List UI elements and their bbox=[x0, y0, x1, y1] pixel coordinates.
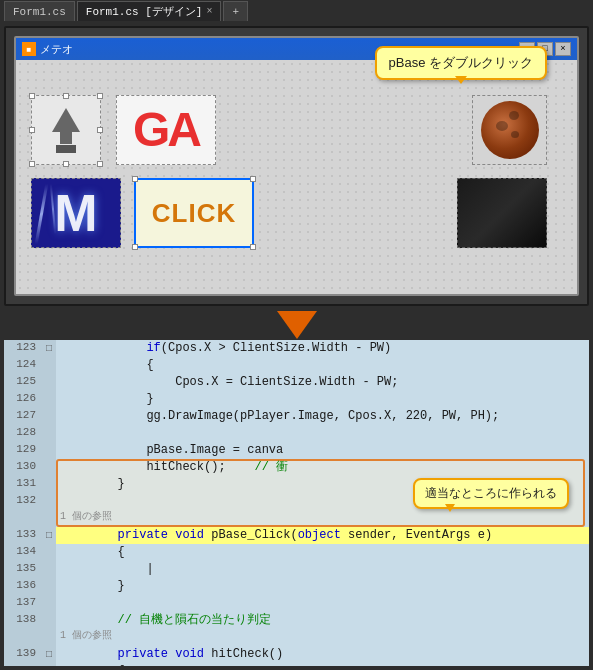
code-line-134: 134 { bbox=[4, 544, 589, 561]
line-content-127: gg.DrawImage(pPlayer.Image, Cpos.X, 220,… bbox=[56, 408, 589, 425]
line-content-123: if(Cpos.X > ClientSize.Width - PW) bbox=[56, 340, 589, 357]
line-num-125: 125 bbox=[4, 374, 42, 391]
code-line-138: 138 // 自機と隕石の当たり判定 bbox=[4, 612, 589, 629]
line-content-125: Cpos.X = ClientSize.Width - PW; bbox=[56, 374, 589, 391]
line-num-123: 123 bbox=[4, 340, 42, 357]
code-line-137: 137 bbox=[4, 595, 589, 612]
close-btn[interactable]: × bbox=[555, 42, 571, 56]
click-text: CLICK bbox=[152, 198, 236, 229]
code-line-124: 124 { bbox=[4, 357, 589, 374]
code-annotation-133: 1 個の参照 bbox=[4, 510, 589, 527]
tab-close-icon[interactable]: × bbox=[206, 6, 212, 17]
expand-129 bbox=[42, 442, 56, 459]
expand-ann139 bbox=[42, 629, 56, 646]
line-num-127: 127 bbox=[4, 408, 42, 425]
tab-label: Form1.cs bbox=[13, 6, 66, 18]
line-num-137: 137 bbox=[4, 595, 42, 612]
line-num-126: 126 bbox=[4, 391, 42, 408]
crater1 bbox=[496, 121, 508, 131]
line-content-140: { bbox=[56, 663, 589, 666]
code-line-125: 125 Cpos.X = ClientSize.Width - PW; bbox=[4, 374, 589, 391]
sel-handle bbox=[29, 93, 35, 99]
line-num-130: 130 bbox=[4, 459, 42, 476]
code-line-136: 136 } bbox=[4, 578, 589, 595]
tab-form1cs-design[interactable]: Form1.cs [デザイン] × bbox=[77, 1, 222, 21]
expand-137 bbox=[42, 595, 56, 612]
code-line-123: 123 □ if(Cpos.X > ClientSize.Width - PW) bbox=[4, 340, 589, 357]
line-num-ann139 bbox=[4, 629, 42, 646]
code-line-139: 139 □ private void hitCheck() bbox=[4, 646, 589, 663]
tab-label-design: Form1.cs [デザイン] bbox=[86, 4, 203, 19]
arrow-down-icon bbox=[277, 311, 317, 339]
line-num-ann133 bbox=[4, 510, 42, 527]
line-content-126: } bbox=[56, 391, 589, 408]
code-line-130: 130 hitCheck(); // 衝 bbox=[4, 459, 589, 476]
widget-planet[interactable] bbox=[472, 95, 547, 165]
line-num-139: 139 bbox=[4, 646, 42, 663]
crater3 bbox=[509, 111, 519, 120]
line-num-131: 131 bbox=[4, 476, 42, 493]
line-content-138: // 自機と隕石の当たり判定 bbox=[56, 612, 589, 629]
expand-131 bbox=[42, 476, 56, 493]
annotation-138-text: 1 個の参照 bbox=[56, 629, 589, 646]
expand-125 bbox=[42, 374, 56, 391]
form-content: GA M CLICK bbox=[16, 60, 577, 294]
code-line-129: 129 pBase.Image = canva bbox=[4, 442, 589, 459]
code-area: 適当なところに作られる 123 □ if(Cpos.X > ClientSize… bbox=[4, 340, 589, 666]
line-num-134: 134 bbox=[4, 544, 42, 561]
code-line-127: 127 gg.DrawImage(pPlayer.Image, Cpos.X, … bbox=[4, 408, 589, 425]
arrow-connector bbox=[0, 310, 593, 340]
expand-135 bbox=[42, 561, 56, 578]
widget-click[interactable]: CLICK bbox=[134, 178, 254, 248]
widget-blue-m[interactable]: M bbox=[31, 178, 121, 248]
ga-text: GA bbox=[133, 106, 199, 154]
sel-handle bbox=[29, 127, 35, 133]
callout-bottom: 適当なところに作られる bbox=[413, 478, 569, 509]
line-num-140: 140 bbox=[4, 663, 42, 666]
line-num-129: 129 bbox=[4, 442, 42, 459]
expand-124 bbox=[42, 357, 56, 374]
line-num-138: 138 bbox=[4, 612, 42, 629]
sel-handle bbox=[63, 161, 69, 167]
line-content-135: | bbox=[56, 561, 589, 578]
code-line-126: 126 } bbox=[4, 391, 589, 408]
expand-138 bbox=[42, 612, 56, 629]
widget-ga[interactable]: GA bbox=[116, 95, 216, 165]
line-content-134: { bbox=[56, 544, 589, 561]
line-num-132: 132 bbox=[4, 493, 42, 510]
sel-handle bbox=[97, 161, 103, 167]
code-line-140: 140 { bbox=[4, 663, 589, 666]
line-num-135: 135 bbox=[4, 561, 42, 578]
expand-139: □ bbox=[42, 646, 56, 663]
line-num-133: 133 bbox=[4, 527, 42, 544]
line-content-133: private void pBase_Click(object sender, … bbox=[56, 527, 589, 544]
expand-133: □ bbox=[42, 527, 56, 544]
line-content-130: hitCheck(); // 衝 bbox=[56, 459, 589, 476]
sel-handle bbox=[29, 161, 35, 167]
line-num-136: 136 bbox=[4, 578, 42, 595]
sel-handle bbox=[97, 127, 103, 133]
expand-128 bbox=[42, 425, 56, 442]
expand-136 bbox=[42, 578, 56, 595]
widget-dark[interactable] bbox=[457, 178, 547, 248]
form-title-icon: ■ bbox=[22, 42, 36, 56]
code-line-133: 133 □ private void pBase_Click(object se… bbox=[4, 527, 589, 544]
lightning1 bbox=[35, 184, 49, 244]
main-container: Form1.cs Form1.cs [デザイン] × + pBase をダブルク… bbox=[0, 0, 593, 670]
tab-new-label: + bbox=[232, 6, 239, 18]
tab-form1cs[interactable]: Form1.cs bbox=[4, 1, 75, 21]
widget-arrow[interactable] bbox=[31, 95, 101, 165]
line-content-137 bbox=[56, 595, 589, 612]
expand-140 bbox=[42, 663, 56, 666]
line-content-139: private void hitCheck() bbox=[56, 646, 589, 663]
sel-handle bbox=[97, 93, 103, 99]
m-text: M bbox=[54, 183, 97, 243]
expand-123: □ bbox=[42, 340, 56, 357]
tab-new[interactable]: + bbox=[223, 1, 248, 21]
expand-130 bbox=[42, 459, 56, 476]
line-num-124: 124 bbox=[4, 357, 42, 374]
callout-top: pBase をダブルクリック bbox=[375, 46, 547, 80]
expand-ann133 bbox=[42, 510, 56, 527]
annotation-133-text: 1 個の参照 bbox=[56, 510, 589, 527]
expand-126 bbox=[42, 391, 56, 408]
